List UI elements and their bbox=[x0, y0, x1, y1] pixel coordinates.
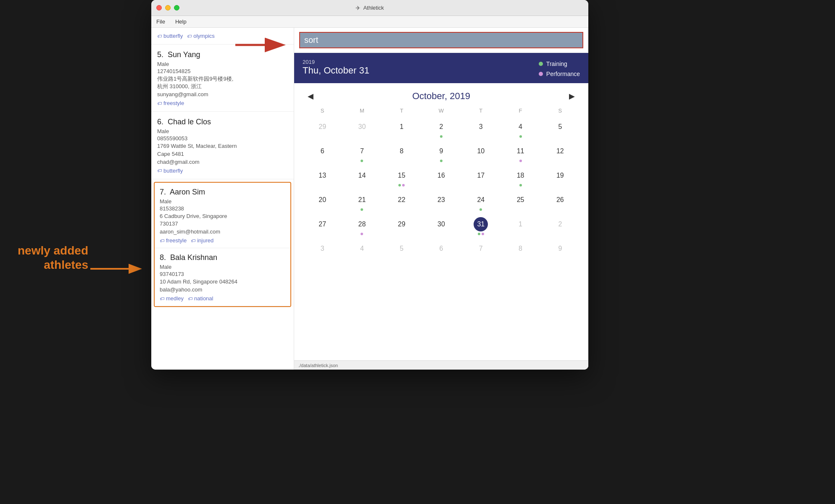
athlete-name: 8. Bala Krishnan bbox=[160, 253, 285, 262]
highlighted-athletes-group: 7. Aaron Sim Male 81538238 6 Cadbury Dri… bbox=[154, 182, 291, 307]
athlete-phone: 93740173 bbox=[160, 271, 285, 277]
athlete-address: 伟业路1号高新软件园9号楼9楼,杭州 310000, 浙江 bbox=[157, 75, 288, 90]
cal-day[interactable]: 14 bbox=[342, 166, 382, 189]
athlete-phone: 0855590053 bbox=[157, 135, 288, 142]
cal-day[interactable]: 15 bbox=[382, 166, 421, 189]
cal-day[interactable]: 11 bbox=[500, 142, 540, 165]
cal-day[interactable]: 2 bbox=[540, 215, 580, 238]
cal-day[interactable]: 24 bbox=[461, 190, 500, 214]
tag-icon-butterfly: 🏷 bbox=[157, 34, 162, 39]
cal-day[interactable]: 7 bbox=[461, 239, 500, 262]
cal-day[interactable]: 29 bbox=[303, 117, 342, 141]
calendar-header: 2019 Thu, October 31 Training Performanc… bbox=[294, 53, 588, 83]
cal-day[interactable]: 22 bbox=[382, 190, 421, 214]
cal-day[interactable]: 1 bbox=[382, 117, 421, 141]
athlete-gender: Male bbox=[160, 264, 285, 270]
tag-national[interactable]: 🏷 national bbox=[188, 295, 213, 302]
athlete-list-panel[interactable]: 🏷 butterfly 🏷 olympics 5. Sun Yang Male … bbox=[151, 28, 294, 370]
search-input[interactable] bbox=[304, 35, 578, 45]
cal-day[interactable]: 13 bbox=[303, 166, 342, 189]
search-arrow bbox=[233, 34, 288, 55]
annotation-newly-added: newly added athletes bbox=[4, 244, 88, 272]
tag-icon: 🏷 bbox=[157, 168, 162, 173]
cal-day[interactable]: 5 bbox=[540, 117, 580, 141]
athlete-card-chad-le-clos[interactable]: 6. Chad le Clos Male 0855590053 1769 Wat… bbox=[151, 112, 294, 179]
cal-day[interactable]: 25 bbox=[500, 190, 540, 214]
calendar-section: 2019 Thu, October 31 Training Performanc… bbox=[294, 53, 588, 360]
athlete-card-aaron-sim[interactable]: 7. Aaron Sim Male 81538238 6 Cadbury Dri… bbox=[155, 183, 290, 248]
cal-day[interactable]: 29 bbox=[382, 215, 421, 238]
status-bar-path: ./data/athletick.json bbox=[298, 363, 338, 368]
cal-day[interactable]: 20 bbox=[303, 190, 342, 214]
tag-icon: 🏷 bbox=[188, 296, 192, 301]
cal-week-2: 6 7 8 9 10 11 12 bbox=[303, 142, 580, 165]
close-button[interactable] bbox=[156, 5, 162, 10]
cal-day-today[interactable]: 31 bbox=[461, 215, 500, 238]
tag-freestyle[interactable]: 🏷 freestyle bbox=[160, 237, 187, 244]
athlete-phone: 81538238 bbox=[160, 205, 285, 212]
menu-file[interactable]: File bbox=[155, 18, 167, 26]
cal-day[interactable]: 10 bbox=[461, 142, 500, 165]
app-window: ✈ Athletick File Help 🏷 butterfly 🏷 bbox=[151, 0, 588, 370]
cal-day[interactable]: 28 bbox=[342, 215, 382, 238]
cal-day[interactable]: 3 bbox=[461, 117, 500, 141]
cal-day[interactable]: 8 bbox=[500, 239, 540, 262]
cal-day[interactable]: 9 bbox=[421, 142, 461, 165]
athlete-name: 7. Aaron Sim bbox=[160, 188, 285, 197]
cal-day[interactable]: 30 bbox=[342, 117, 382, 141]
tag-freestyle[interactable]: 🏷 freestyle bbox=[157, 100, 184, 106]
legend-performance: Performance bbox=[539, 71, 580, 77]
cal-day[interactable]: 8 bbox=[382, 142, 421, 165]
next-month-button[interactable]: ▶ bbox=[566, 90, 578, 102]
tag-butterfly[interactable]: 🏷 butterfly bbox=[157, 33, 183, 39]
cal-week-6: 3 4 5 6 7 8 9 bbox=[303, 239, 580, 262]
cal-day[interactable]: 18 bbox=[500, 166, 540, 189]
performance-dot bbox=[539, 72, 543, 76]
cal-week-1: 29 30 1 2 3 4 5 bbox=[303, 117, 580, 141]
cal-day[interactable]: 26 bbox=[540, 190, 580, 214]
status-bar: ./data/athletick.json bbox=[294, 360, 588, 370]
menu-help[interactable]: Help bbox=[174, 18, 188, 26]
cal-day[interactable]: 23 bbox=[421, 190, 461, 214]
cal-day[interactable]: 6 bbox=[421, 239, 461, 262]
cal-day[interactable]: 7 bbox=[342, 142, 382, 165]
athlete-card-bala-krishnan[interactable]: 8. Bala Krishnan Male 93740173 10 Adam R… bbox=[155, 248, 290, 306]
athlete-address: 1769 Wattle St, Maclear, EasternCape 548… bbox=[157, 142, 288, 158]
cal-day[interactable]: 9 bbox=[540, 239, 580, 262]
cal-day[interactable]: 27 bbox=[303, 215, 342, 238]
calendar-month-title: October, 2019 bbox=[412, 91, 470, 102]
main-content: 🏷 butterfly 🏷 olympics 5. Sun Yang Male … bbox=[151, 28, 588, 370]
athlete-address: 6 Cadbury Drive, Singapore730137 bbox=[160, 213, 285, 228]
cal-day[interactable]: 6 bbox=[303, 142, 342, 165]
cal-day[interactable]: 2 bbox=[421, 117, 461, 141]
cal-day[interactable]: 30 bbox=[421, 215, 461, 238]
annotation-line2: athletes bbox=[44, 258, 88, 271]
tag-medley[interactable]: 🏷 medley bbox=[160, 295, 184, 302]
cal-day[interactable]: 5 bbox=[382, 239, 421, 262]
calendar-header-left: 2019 Thu, October 31 bbox=[303, 59, 369, 76]
athlete-email: chad@gmail.com bbox=[157, 159, 288, 165]
prev-month-button[interactable]: ◀ bbox=[304, 90, 317, 102]
cal-day[interactable]: 1 bbox=[500, 215, 540, 238]
tag-olympics[interactable]: 🏷 olympics bbox=[187, 33, 215, 39]
athlete-tags: 🏷 freestyle bbox=[157, 100, 288, 106]
search-input-wrapper[interactable] bbox=[299, 32, 583, 48]
cal-day[interactable]: 4 bbox=[500, 117, 540, 141]
app-icon: ✈ bbox=[356, 5, 361, 11]
cal-day[interactable]: 16 bbox=[421, 166, 461, 189]
athlete-tags: 🏷 freestyle 🏷 injured bbox=[160, 237, 285, 244]
right-panel: 2019 Thu, October 31 Training Performanc… bbox=[294, 28, 588, 370]
cal-day[interactable]: 12 bbox=[540, 142, 580, 165]
tag-injured[interactable]: 🏷 injured bbox=[191, 237, 213, 244]
minimize-button[interactable] bbox=[165, 5, 171, 10]
cal-day[interactable]: 3 bbox=[303, 239, 342, 262]
cal-day[interactable]: 4 bbox=[342, 239, 382, 262]
maximize-button[interactable] bbox=[174, 5, 179, 10]
cal-day[interactable]: 21 bbox=[342, 190, 382, 214]
cal-day[interactable]: 19 bbox=[540, 166, 580, 189]
cal-day[interactable]: 17 bbox=[461, 166, 500, 189]
athlete-email: sunyang@gmail.com bbox=[157, 91, 288, 97]
athlete-name: 6. Chad le Clos bbox=[157, 118, 288, 126]
athlete-email: aaron_sim@hotmail.com bbox=[160, 228, 285, 235]
tag-butterfly[interactable]: 🏷 butterfly bbox=[157, 168, 183, 174]
